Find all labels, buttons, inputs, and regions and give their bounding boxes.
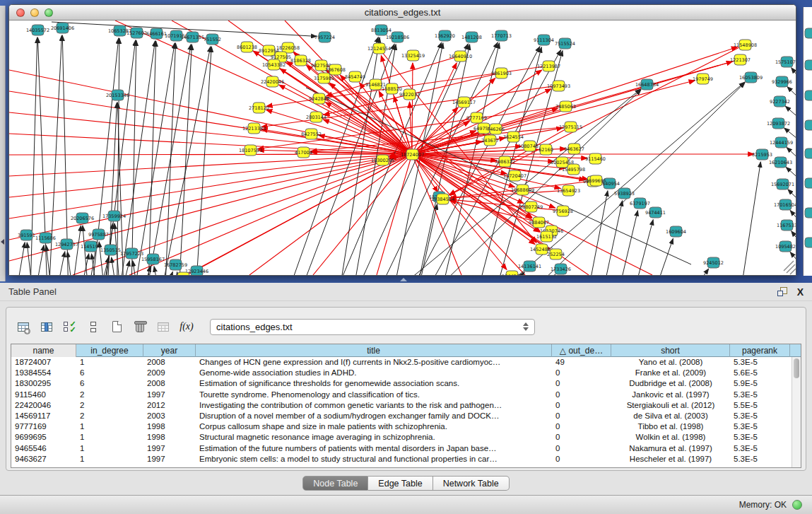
cell-out_degree[interactable]: 0 [552, 421, 611, 432]
graph-node[interactable]: 8186328 [290, 55, 311, 66]
graph-node[interactable]: 8427552 [301, 129, 322, 139]
graph-node[interactable] [805, 238, 812, 247]
select-columns-icon[interactable]: ✓ ✓ [61, 318, 78, 335]
cell-in_degree[interactable]: 1 [76, 454, 143, 465]
cell-title[interactable]: Estimation of the future numbers of pati… [196, 443, 552, 454]
graph-node[interactable]: 1115686 [35, 233, 56, 243]
column-header-pagerank[interactable]: pagerank [730, 344, 790, 357]
graph-node[interactable]: 20153346 [106, 90, 129, 100]
graph-node[interactable]: 1481208 [461, 32, 482, 42]
tab-node-table[interactable]: Node Table [302, 476, 368, 491]
graph-node[interactable]: 8454749 [345, 71, 365, 82]
graph-node[interactable]: 1221307 [730, 54, 751, 65]
graph-node[interactable]: 9884067 [529, 217, 549, 228]
cell-in_degree[interactable]: 1 [76, 421, 143, 432]
graph-node[interactable]: 15751074 [775, 57, 796, 67]
left-splitter[interactable] [0, 6, 6, 281]
table-selector-dropdown[interactable]: citations_edges.txt [210, 319, 535, 335]
graph-node[interactable]: 2718120 [249, 103, 269, 113]
graph-node[interactable]: 16053809 [739, 72, 763, 83]
cell-year[interactable]: 1998 [143, 421, 196, 432]
graph-node[interactable]: 1044366 [502, 271, 522, 275]
tab-network-table[interactable]: Network Table [433, 476, 510, 491]
graph-node[interactable]: 5938923 [614, 188, 635, 199]
graph-node[interactable]: 243677 [481, 135, 499, 146]
cell-name[interactable]: 9463627 [11, 454, 76, 465]
cell-name[interactable]: 18724007 [11, 357, 76, 368]
cell-name[interactable]: 9699695 [11, 432, 76, 443]
cell-out_degree[interactable]: 0 [552, 400, 611, 411]
cell-out_degree[interactable]: 0 [552, 368, 611, 378]
graph-node[interactable]: 13325419 [401, 50, 425, 61]
graph-node[interactable]: 6379197 [630, 198, 650, 209]
column-header-out_degree[interactable]: △ out_de… [552, 344, 611, 357]
graph-node[interactable]: 9975887 [88, 229, 109, 240]
graph-node[interactable]: 12444159 [770, 137, 793, 148]
graph-node[interactable]: 1362920 [435, 30, 455, 41]
graph-node[interactable]: 13654923 [557, 185, 580, 196]
graph-node[interactable]: 9861903 [491, 68, 512, 78]
cell-title[interactable]: Corpus callosum shape and size in male p… [196, 421, 552, 432]
graph-node[interactable]: 16640910 [449, 51, 472, 62]
close-panel-icon[interactable]: X [797, 287, 804, 297]
network-graph-canvas[interactable]: 1403557220691406106532871527602646616110… [9, 21, 796, 275]
cell-short[interactable]: Stergiakouli et al. (2012) [611, 400, 730, 411]
cell-name[interactable]: 14569117 [11, 411, 76, 421]
graph-node[interactable]: 1770713 [491, 30, 512, 41]
table-row[interactable]: 911546021997Tourette syndrome. Phenomeno… [11, 390, 792, 400]
graph-node[interactable] [805, 148, 812, 158]
graph-node[interactable]: 9115460 [585, 153, 606, 164]
table-row[interactable]: 1938455462009Genome-wide association stu… [11, 368, 792, 378]
cell-pagerank[interactable]: 5.3E-5 [730, 443, 790, 454]
cell-in_degree[interactable]: 6 [76, 378, 143, 389]
table-row[interactable]: 1872400712008Changes of HCN gene express… [11, 357, 792, 368]
network-window-titlebar[interactable]: citations_edges.txt [9, 5, 796, 21]
graph-node[interactable]: 20691406 [51, 23, 74, 33]
cell-out_degree[interactable]: 49 [552, 357, 611, 368]
cell-short[interactable]: Dudbridge et al. (2008) [611, 378, 730, 389]
cell-name[interactable]: 22420046 [11, 400, 76, 411]
table-scrollbar[interactable] [792, 357, 801, 467]
tab-edge-table[interactable]: Edge Table [368, 476, 433, 491]
cell-in_degree[interactable]: 2 [76, 400, 143, 411]
cell-out_degree[interactable]: 0 [552, 443, 611, 454]
graph-node[interactable]: 17016504 [774, 199, 796, 210]
delete-table-icon[interactable] [131, 318, 148, 335]
cell-year[interactable]: 2009 [143, 368, 196, 378]
cell-pagerank[interactable]: 5.5E-5 [730, 400, 790, 411]
graph-node[interactable]: 6466161 [146, 28, 167, 39]
table-row[interactable]: 977716911998Corpus callosum shape and si… [11, 421, 792, 432]
graph-node[interactable]: 7957224 [314, 32, 335, 42]
graph-node[interactable]: 7515524 [555, 38, 575, 49]
column-header-name[interactable]: name [11, 344, 76, 357]
cell-pagerank[interactable]: 5.9E-5 [730, 378, 790, 389]
cell-title[interactable]: Investigating the contribution of common… [196, 400, 552, 411]
graph-node[interactable]: 9329966 [772, 76, 792, 87]
splitter-caret-icon[interactable] [400, 278, 407, 281]
table-row[interactable]: 1830029562008Estimation of significance … [11, 378, 792, 389]
show-column-icon[interactable] [38, 318, 55, 335]
graph-node[interactable]: 391591 [18, 230, 35, 240]
graph-node[interactable]: 12093872 [767, 118, 790, 129]
graph-node[interactable]: 19218586 [386, 32, 409, 42]
table-row[interactable]: 1456911722003Disruption of a novel membe… [11, 411, 792, 421]
column-header-year[interactable]: year [143, 344, 196, 357]
cell-title[interactable]: Tourette syndrome. Phenomenology and cla… [196, 390, 552, 400]
cell-in_degree[interactable]: 1 [76, 443, 143, 454]
graph-node[interactable]: 1167533 [777, 220, 796, 230]
graph-node[interactable]: 7986322 [495, 156, 515, 167]
graph-node[interactable] [805, 120, 812, 130]
row-height-icon[interactable] [85, 318, 102, 335]
cell-in_degree[interactable]: 2 [76, 411, 143, 421]
cell-short[interactable]: de Silva et al. (2003) [611, 411, 730, 421]
cell-short[interactable]: Hescheler et al. (1997) [611, 454, 730, 465]
cell-in_degree[interactable]: 6 [76, 368, 143, 378]
graph-node[interactable] [805, 208, 812, 218]
table-row[interactable]: 969969511998Structural magnetic resonanc… [11, 432, 792, 443]
table-settings-icon[interactable] [15, 318, 32, 335]
graph-node[interactable]: 9756928 [553, 206, 573, 216]
cell-year[interactable]: 2008 [143, 357, 196, 368]
cell-year[interactable]: 2003 [143, 411, 196, 421]
graph-node[interactable]: 9474411 [645, 207, 666, 218]
column-header-title[interactable]: title [196, 344, 552, 357]
